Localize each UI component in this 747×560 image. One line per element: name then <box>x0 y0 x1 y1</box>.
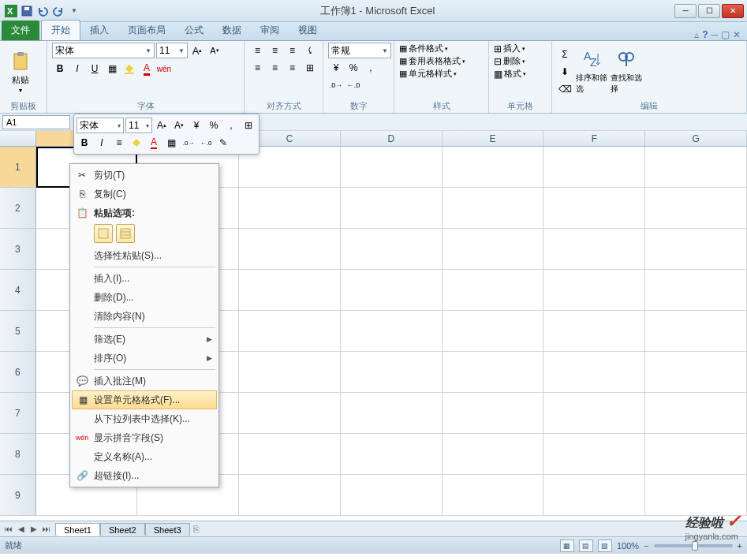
menu-phonetic[interactable]: wén 显示拼音字段(S) <box>72 428 217 447</box>
tab-view[interactable]: 视图 <box>289 21 327 40</box>
menu-copy[interactable]: ⎘ 复制(C) <box>72 185 217 203</box>
menu-hyperlink[interactable]: 🔗 超链接(I)... <box>72 466 217 485</box>
cell[interactable] <box>645 352 747 393</box>
cell[interactable] <box>543 188 645 229</box>
sort-filter-button[interactable]: AZ 排序和筛选 <box>576 44 607 99</box>
row-header[interactable]: 3 <box>0 229 36 270</box>
menu-delete[interactable]: 删除(D)... <box>72 288 217 307</box>
mini-size-combo[interactable]: 11▾ <box>125 118 152 133</box>
cell[interactable] <box>341 229 443 270</box>
phonetic-icon[interactable]: wén <box>156 61 172 77</box>
bold-icon[interactable]: B <box>52 61 68 77</box>
cell[interactable] <box>543 229 645 270</box>
comma-icon[interactable]: , <box>363 60 379 76</box>
cell[interactable] <box>543 393 645 434</box>
cell[interactable] <box>645 475 747 516</box>
sheet-prev-icon[interactable]: ◀ <box>16 525 27 533</box>
window-close-icon[interactable]: ✕ <box>733 29 741 40</box>
row-header[interactable]: 8 <box>0 434 36 475</box>
window-min-icon[interactable]: ─ <box>711 29 718 40</box>
mini-shrink-icon[interactable]: A▾ <box>171 118 187 133</box>
cell[interactable] <box>341 352 443 393</box>
underline-icon[interactable]: U <box>87 61 103 77</box>
cell[interactable] <box>239 434 341 475</box>
cell[interactable] <box>239 311 341 352</box>
cell[interactable] <box>443 147 544 188</box>
align-center-icon[interactable]: ≡ <box>267 60 283 76</box>
fill-color-icon[interactable] <box>121 61 137 77</box>
mini-grow-icon[interactable]: A▴ <box>154 118 170 133</box>
menu-dropdown-pick[interactable]: 从下拉列表中选择(K)... <box>72 409 217 428</box>
mini-border-icon[interactable]: ▦ <box>163 135 179 151</box>
cell[interactable] <box>239 475 341 516</box>
menu-cut[interactable]: ✂ 剪切(T) <box>72 166 217 185</box>
row-header[interactable]: 6 <box>0 352 36 393</box>
cell[interactable] <box>645 311 747 352</box>
menu-clear[interactable]: 清除内容(N) <box>72 307 217 326</box>
align-bot-icon[interactable]: ≡ <box>285 43 301 58</box>
cell[interactable] <box>341 475 443 516</box>
tab-review[interactable]: 审阅 <box>251 21 289 40</box>
menu-define-name[interactable]: 定义名称(A)... <box>72 447 217 466</box>
cell[interactable] <box>543 147 645 188</box>
col-header[interactable]: E <box>443 131 544 146</box>
cell[interactable] <box>645 434 747 475</box>
paste-opt-all[interactable] <box>116 224 135 243</box>
merge-icon[interactable]: ⊞ <box>302 60 318 76</box>
cell[interactable] <box>341 393 443 434</box>
paste-button[interactable]: 粘贴 ▼ <box>5 44 36 99</box>
menu-insert[interactable]: 插入(I)... <box>72 269 217 288</box>
sheet-tab-1[interactable]: Sheet1 <box>55 523 100 536</box>
view-layout-icon[interactable]: ▤ <box>579 539 593 552</box>
mini-painter-icon[interactable]: ✎ <box>215 135 231 151</box>
cell[interactable] <box>341 270 443 311</box>
row-header[interactable]: 5 <box>0 311 36 352</box>
tab-formulas[interactable]: 公式 <box>175 21 213 40</box>
mini-merge-icon[interactable]: ⊞ <box>241 118 256 133</box>
maximize-button[interactable]: ☐ <box>698 4 720 18</box>
number-format-combo[interactable]: 常规▼ <box>328 43 391 58</box>
cell[interactable] <box>341 311 443 352</box>
inc-decimal-icon[interactable]: .0→ <box>328 77 344 93</box>
view-normal-icon[interactable]: ▦ <box>560 539 574 552</box>
col-header[interactable]: G <box>645 131 747 146</box>
menu-sort[interactable]: 排序(O)▶ <box>72 349 217 368</box>
cell[interactable] <box>645 393 747 434</box>
cell[interactable] <box>443 229 544 270</box>
view-break-icon[interactable]: ▧ <box>598 539 612 552</box>
cell[interactable] <box>543 434 645 475</box>
find-select-button[interactable]: 查找和选择 <box>611 44 642 99</box>
mini-bold-icon[interactable]: B <box>77 135 92 151</box>
font-name-combo[interactable]: 宋体▼ <box>52 43 155 58</box>
cell[interactable] <box>645 188 747 229</box>
cell-style-button[interactable]: ▦ 单元格样式 ▾ <box>399 68 457 80</box>
sheet-last-icon[interactable]: ⏭ <box>41 525 52 533</box>
italic-icon[interactable]: I <box>69 61 85 77</box>
menu-filter[interactable]: 筛选(E)▶ <box>72 330 217 349</box>
row-header[interactable]: 2 <box>0 188 36 229</box>
window-restore-icon[interactable]: ▢ <box>721 29 730 40</box>
cell[interactable] <box>239 393 341 434</box>
help-icon[interactable]: ? <box>702 29 708 40</box>
tab-insert[interactable]: 插入 <box>80 21 118 40</box>
sheet-tab-3[interactable]: Sheet3 <box>145 523 190 536</box>
name-box[interactable]: A1 <box>2 115 70 129</box>
grow-font-icon[interactable]: A▴ <box>189 43 205 58</box>
orientation-icon[interactable]: ⤹ <box>302 43 318 58</box>
menu-format-cells[interactable]: ▦ 设置单元格格式(F)... <box>72 390 217 409</box>
cell[interactable] <box>443 434 544 475</box>
font-color-icon[interactable]: A <box>139 61 155 77</box>
mini-percent-icon[interactable]: % <box>206 118 222 133</box>
mini-fontcolor-icon[interactable]: A <box>146 135 162 151</box>
mini-incdec-icon[interactable]: .0→ <box>181 135 196 151</box>
select-all-corner[interactable] <box>0 131 36 146</box>
table-format-button[interactable]: ▦ 套用表格格式 ▾ <box>399 55 465 67</box>
col-header[interactable]: F <box>543 131 645 146</box>
cell[interactable] <box>543 311 645 352</box>
cell[interactable] <box>239 188 341 229</box>
close-button[interactable]: ✕ <box>722 4 744 18</box>
cell[interactable] <box>543 270 645 311</box>
dec-decimal-icon[interactable]: ←.0 <box>345 77 361 93</box>
autosum-icon[interactable]: Σ <box>557 47 573 62</box>
mini-italic-icon[interactable]: I <box>94 135 110 151</box>
